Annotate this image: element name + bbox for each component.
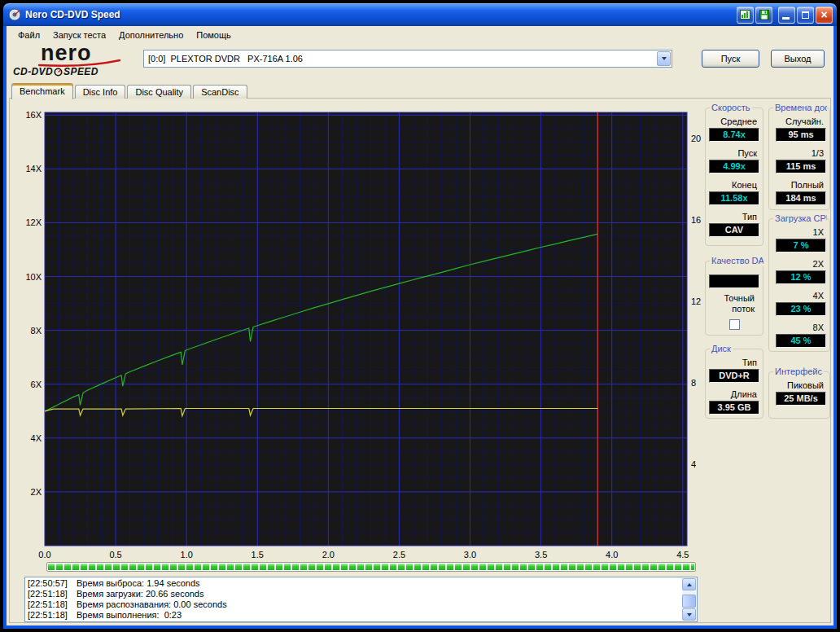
svg-text:2X: 2X [31,487,42,497]
speed-start-value: 4.99x [709,160,759,173]
accurate-stream-label: Точный поток [706,293,763,314]
menu-item-file[interactable]: Файл [11,28,46,42]
disc-type-value: DVD+R [709,369,759,383]
svg-text:6X: 6X [31,380,42,389]
maximize-button[interactable] [797,7,814,24]
access-third-label: 1/3 [769,148,829,159]
cpu-4x-label: 4X [769,291,829,301]
menubar: Файл Запуск теста Дополнительно Помощь [7,26,833,43]
speed-start-label: Пуск [706,148,763,159]
svg-text:4.5: 4.5 [676,550,689,560]
speed-type-value: CAV [709,223,759,237]
triangle-up-icon [687,583,692,586]
access-third-value: 115 ms [776,160,826,173]
cpu-2x-value: 12 % [776,270,826,284]
svg-text:4: 4 [691,459,696,469]
log-lines: [22:50:57]Время выброса: 1.94 seconds [2… [28,578,681,621]
tab-disc-info[interactable]: Disc Info [75,85,126,99]
minimize-button[interactable] [778,7,795,24]
maximize-icon [802,11,809,19]
disc-length-value: 3.95 GB [709,401,759,415]
header: nero CD-DVD SPEED [0:0] PLEXTOR DVDR PX-… [7,43,833,83]
start-button[interactable]: Пуск [702,50,759,68]
panel-cpu-usage-title: Загрузка CPU [773,213,827,224]
benchmark-chart: 0.00.51.01.52.02.53.03.54.04.52X4X6X8X10… [23,111,708,567]
triangle-down-icon [687,613,692,617]
save-icon [759,10,769,20]
drive-selector[interactable]: [0:0] PLEXTOR DVDR PX-716A 1.06 [143,50,672,68]
log-line: [22:51:18]Время распознавания: 0.00 seco… [28,599,681,610]
access-random-label: Случайн. [769,116,829,127]
chevron-down-icon [662,57,667,60]
svg-text:10X: 10X [25,272,42,282]
scrollbar-up-button[interactable] [682,578,696,590]
interface-burst-label: Пиковый [769,380,829,391]
svg-text:16: 16 [691,215,701,225]
svg-text:0.0: 0.0 [38,550,50,560]
tab-disc-quality[interactable]: Disc Quality [127,85,191,99]
speed-average-label: Среднее [706,116,763,127]
log-line: [22:50:57]Время выброса: 1.94 seconds [28,578,681,589]
panel-disc: Диск Тип DVD+R Длина 3.95 GB [705,349,763,419]
cpu-8x-value: 45 % [776,334,826,348]
speed-gauge-icon [54,68,63,77]
speed-end-label: Конец [706,180,763,191]
menu-item-run-test[interactable]: Запуск теста [46,28,112,42]
close-button[interactable]: × [816,7,833,24]
svg-text:8X: 8X [31,326,42,336]
tab-scandisc[interactable]: ScanDisc [193,85,247,99]
speed-end-value: 11.58x [709,191,759,205]
cpu-8x-label: 8X [769,323,829,333]
svg-text:3.0: 3.0 [464,550,476,560]
save-button[interactable] [755,7,772,24]
svg-text:12X: 12X [25,217,42,227]
accurate-stream-checkbox[interactable] [729,319,740,330]
log-text: Время выброса: 1.94 seconds [77,578,200,588]
tab-benchmark[interactable]: Benchmark [11,83,73,99]
svg-text:2.0: 2.0 [322,550,335,560]
access-full-label: Полный [769,180,829,191]
log-timestamp: [22:51:18] [28,599,77,610]
svg-text:16X: 16X [25,111,42,120]
svg-text:20: 20 [691,134,701,143]
drive-selector-value: [0:0] PLEXTOR DVDR PX-716A 1.06 [144,54,657,64]
capture-button[interactable] [737,7,754,24]
cpu-2x-label: 2X [769,259,829,270]
window-body: Файл Запуск теста Дополнительно Помощь n… [3,26,837,629]
access-full-value: 184 ms [776,191,826,205]
nero-product-left: CD-DVD [13,66,53,77]
panel-access-times: Времена доступа Случайн. 95 ms 1/3 115 m… [768,108,830,210]
exit-button[interactable]: Выход [771,50,825,68]
panel-cpu-usage: Загрузка CPU 1X 7 % 2X 12 % 4X 23 % 8X 4… [768,218,830,352]
panel-interface-title: Интерфейс [773,366,824,377]
speed-average-value: 8.74x [709,128,759,142]
panel-dae-quality-title: Качество DAE [710,256,763,266]
scrollbar-down-button[interactable] [682,608,696,621]
benchmark-progress [46,562,696,572]
svg-text:4X: 4X [31,433,42,443]
log-scrollbar[interactable] [682,578,696,621]
disc-length-label: Длина [706,389,763,400]
panel-interface: Интерфейс Пиковый 25 MB/s [768,371,830,419]
menu-item-help[interactable]: Помощь [190,28,238,42]
log-timestamp: [22:50:57] [28,578,77,589]
svg-text:3.5: 3.5 [535,550,547,560]
app-window: Nero CD-DVD Speed × Файл Запуск теста До… [3,3,837,629]
speed-type-label: Тип [706,212,763,222]
cpu-1x-value: 7 % [776,239,826,252]
dae-quality-display [709,274,759,288]
log-text: Время загрузки: 20.66 seconds [77,589,203,599]
log-line: [22:51:18]Время выполнения: 0:23 [28,610,681,621]
drive-dropdown-button[interactable] [657,51,671,66]
interface-burst-value: 25 MB/s [776,392,826,406]
panel-speed: Скорость Среднее 8.74x Пуск 4.99x Конец … [705,108,763,246]
menu-item-extra[interactable]: Дополнительно [112,28,190,42]
disc-type-label: Тип [706,358,763,368]
svg-text:1.0: 1.0 [181,550,193,560]
chart-capture-icon [740,10,750,20]
log-line: [22:51:18]Время загрузки: 20.66 seconds [28,589,681,599]
scrollbar-thumb[interactable] [682,595,696,608]
nero-logo: nero CD-DVD SPEED [13,43,122,77]
log-text: Время распознавания: 0.00 seconds [77,599,227,609]
nero-product-right: SPEED [63,66,98,77]
